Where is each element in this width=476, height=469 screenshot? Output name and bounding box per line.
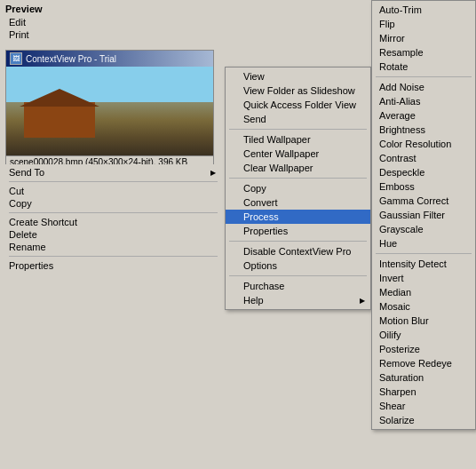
ctx-disable[interactable]: Disable ContextView Pro: [226, 244, 370, 258]
sub-average[interactable]: Average: [372, 108, 475, 123]
ctx-process[interactable]: Process: [226, 210, 370, 224]
sub-emboss[interactable]: Emboss: [372, 179, 475, 194]
left-panel: Send To Cut Copy Create Shortcut Delete …: [0, 164, 226, 274]
sub-brightness[interactable]: Brightness: [372, 123, 475, 137]
sub-median[interactable]: Median: [372, 285, 475, 299]
ctx-center-wallpaper[interactable]: Center Wallpaper: [226, 147, 370, 161]
sub-solarize[interactable]: Solarize: [372, 413, 475, 427]
send-to-item[interactable]: Send To: [5, 166, 221, 179]
sub-mirror[interactable]: Mirror: [372, 31, 475, 45]
sub-shear[interactable]: Shear: [372, 399, 475, 413]
file-image: [6, 67, 213, 155]
sub-flip[interactable]: Flip: [372, 17, 475, 31]
sub-sep-1: [376, 76, 472, 77]
context-menu: View View Folder as Slideshow Quick Acce…: [225, 67, 371, 310]
rename-item[interactable]: Rename: [5, 241, 221, 253]
ctx-sep-1: [229, 129, 367, 130]
separator-1: [9, 181, 218, 182]
ctx-view[interactable]: View: [226, 69, 370, 83]
cut-item[interactable]: Cut: [5, 185, 221, 197]
barn-graphic: [24, 102, 95, 138]
sub-anti-alias[interactable]: Anti-Alias: [372, 94, 475, 108]
sub-remove-redeye[interactable]: Remove Redeye: [372, 356, 475, 370]
sub-contrast[interactable]: Contrast: [372, 151, 475, 165]
sub-gamma-correct[interactable]: Gamma Correct: [372, 194, 475, 208]
ctx-convert[interactable]: Convert: [226, 195, 370, 210]
preview-panel: Preview Edit Print: [0, 0, 226, 44]
ctx-purchase[interactable]: Purchase: [226, 279, 370, 293]
sub-add-noise[interactable]: Add Noise: [372, 80, 475, 94]
file-window: 🖼 ContextView Pro - Trial scene000028.bm…: [5, 50, 214, 169]
ctx-help[interactable]: Help: [226, 293, 370, 307]
ctx-properties[interactable]: Properties: [226, 224, 370, 238]
sub-oilify[interactable]: Oilify: [372, 328, 475, 342]
sub-hue[interactable]: Hue: [372, 236, 475, 250]
preview-title: Preview: [5, 4, 221, 14]
sub-sharpen[interactable]: Sharpen: [372, 385, 475, 399]
ctx-sep-3: [229, 241, 367, 242]
sub-sep-2: [376, 253, 472, 254]
sub-intensity-detect[interactable]: Intensity Detect: [372, 257, 475, 271]
sub-motion-blur[interactable]: Motion Blur: [372, 314, 475, 328]
sub-rotate[interactable]: Rotate: [372, 60, 475, 74]
ctx-send[interactable]: Send: [226, 112, 370, 126]
create-shortcut-item[interactable]: Create Shortcut: [5, 216, 221, 228]
sub-gaussian-filter[interactable]: Gaussian Filter: [372, 208, 475, 222]
sub-invert[interactable]: Invert: [372, 271, 475, 285]
ctx-sep-4: [229, 275, 367, 276]
separator-2: [9, 212, 218, 213]
sub-saturation[interactable]: Saturation: [372, 370, 475, 385]
delete-item[interactable]: Delete: [5, 228, 221, 241]
process-submenu: Auto-Trim Flip Mirror Resample Rotate Ad…: [371, 0, 476, 430]
sub-auto-trim[interactable]: Auto-Trim: [372, 3, 475, 17]
ctx-tiled-wallpaper[interactable]: Tiled Wallpaper: [226, 132, 370, 147]
sub-despeckle[interactable]: Despeckle: [372, 165, 475, 179]
ctx-view-folder-slideshow[interactable]: View Folder as Slideshow: [226, 83, 370, 98]
ctx-options[interactable]: Options: [226, 258, 370, 273]
sub-color-resolution[interactable]: Color Resolution: [372, 137, 475, 151]
file-window-titlebar: 🖼 ContextView Pro - Trial: [6, 51, 213, 67]
sub-posterize[interactable]: Posterize: [372, 342, 475, 356]
ctx-copy[interactable]: Copy: [226, 181, 370, 195]
copy-item[interactable]: Copy: [5, 197, 221, 210]
ctx-clear-wallpaper[interactable]: Clear Wallpaper: [226, 161, 370, 175]
separator-3: [9, 256, 218, 257]
ctx-quick-access[interactable]: Quick Access Folder View: [226, 98, 370, 112]
sub-resample[interactable]: Resample: [372, 45, 475, 60]
sub-grayscale[interactable]: Grayscale: [372, 222, 475, 236]
preview-print[interactable]: Print: [5, 28, 221, 41]
properties-item[interactable]: Properties: [5, 259, 221, 272]
file-window-icon: 🖼: [10, 52, 22, 65]
preview-edit[interactable]: Edit: [5, 16, 221, 28]
sub-mosaic[interactable]: Mosaic: [372, 299, 475, 314]
file-window-title: ContextView Pro - Trial: [26, 54, 116, 64]
ctx-sep-2: [229, 178, 367, 179]
